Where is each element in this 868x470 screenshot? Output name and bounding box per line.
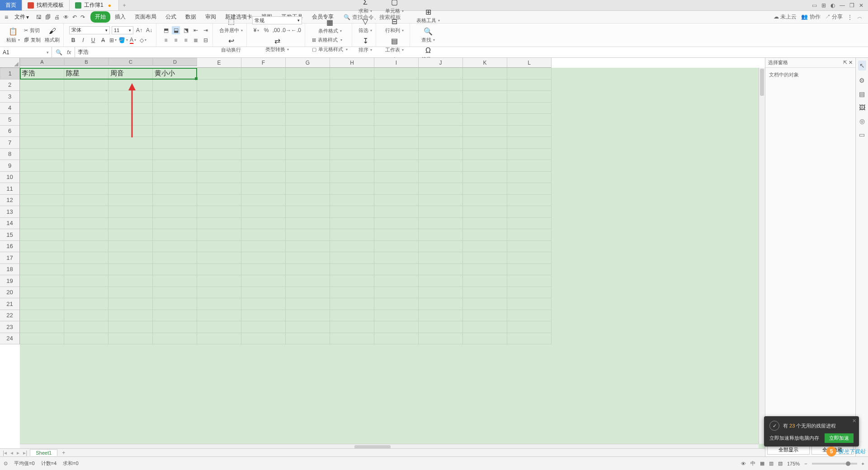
cell[interactable]: 陈星 [64, 68, 108, 80]
cell[interactable] [507, 298, 552, 310]
cell[interactable] [197, 287, 241, 299]
cell[interactable] [286, 80, 330, 91]
cell[interactable] [330, 183, 374, 195]
align-top-icon[interactable]: ⬒ [162, 26, 170, 34]
cell[interactable] [507, 80, 552, 91]
cell[interactable] [419, 252, 463, 264]
close-button[interactable]: ✕ [859, 2, 863, 9]
row-header[interactable]: 2 [0, 80, 20, 91]
ribbon-tab-review[interactable]: 审阅 [201, 11, 221, 23]
cell[interactable] [330, 149, 374, 160]
cell[interactable] [197, 310, 241, 322]
cell[interactable] [241, 241, 286, 253]
cell[interactable] [108, 103, 153, 114]
cell[interactable] [419, 275, 463, 287]
cell[interactable] [64, 149, 108, 160]
row-header[interactable]: 10 [0, 172, 20, 183]
cell[interactable] [463, 321, 507, 333]
cell[interactable] [153, 218, 197, 230]
row-header[interactable]: 17 [0, 252, 20, 264]
cell[interactable] [507, 206, 552, 218]
ribbon-tab-layout[interactable]: 页面布局 [130, 11, 161, 23]
cell[interactable] [463, 310, 507, 322]
col-header[interactable]: K [463, 58, 507, 68]
cell[interactable] [374, 172, 419, 183]
cell[interactable] [286, 195, 330, 207]
cell[interactable] [507, 252, 552, 264]
cell[interactable] [64, 80, 108, 91]
cell[interactable] [330, 252, 374, 264]
cell[interactable] [374, 287, 419, 299]
cell[interactable] [20, 137, 64, 149]
cell[interactable] [463, 114, 507, 126]
cell[interactable] [108, 149, 153, 160]
cell[interactable] [330, 195, 374, 207]
cell[interactable] [197, 183, 241, 195]
cell[interactable] [197, 149, 241, 160]
ribbon-tab-insert[interactable]: 插入 [110, 11, 130, 23]
cell[interactable] [108, 206, 153, 218]
cell[interactable] [20, 275, 64, 287]
cell[interactable] [507, 149, 552, 160]
zoom-slider[interactable] [812, 463, 857, 465]
cell[interactable] [108, 252, 153, 264]
cell[interactable] [507, 172, 552, 183]
cell[interactable] [153, 241, 197, 253]
cell[interactable] [153, 321, 197, 333]
cell[interactable] [153, 80, 197, 91]
preview-icon[interactable]: 👁 [63, 14, 69, 20]
collapse-ribbon-icon[interactable]: ︿ [857, 13, 863, 21]
cell[interactable] [241, 310, 286, 322]
cell[interactable] [463, 183, 507, 195]
cell[interactable] [241, 275, 286, 287]
cell[interactable] [108, 160, 153, 172]
cell[interactable] [241, 252, 286, 264]
cell[interactable] [330, 275, 374, 287]
cell[interactable] [419, 310, 463, 322]
cell[interactable] [197, 126, 241, 137]
cell[interactable] [108, 114, 153, 126]
row-header[interactable]: 6 [0, 126, 20, 137]
sheet-tab[interactable]: Sheet1 [30, 449, 57, 456]
col-header[interactable]: A [20, 58, 64, 66]
cell[interactable] [108, 264, 153, 276]
cut-button[interactable]: ✂剪切 [23, 27, 42, 34]
cell[interactable] [197, 321, 241, 333]
cell[interactable] [374, 126, 419, 137]
cell[interactable] [20, 103, 64, 114]
inc-decimal-icon[interactable]: .0→ [282, 26, 290, 34]
cell[interactable] [419, 149, 463, 160]
cell[interactable] [374, 195, 419, 207]
cell[interactable] [108, 91, 153, 103]
share-button[interactable]: ↗ 分享 [825, 13, 843, 21]
cell[interactable] [463, 80, 507, 91]
row-header[interactable]: 13 [0, 206, 20, 218]
cell[interactable] [286, 310, 330, 322]
view-page-icon[interactable]: ▥ [769, 461, 774, 466]
indent-left-icon[interactable]: ⇤ [192, 26, 200, 34]
cell[interactable] [153, 287, 197, 299]
cell[interactable] [153, 252, 197, 264]
cell[interactable] [507, 218, 552, 230]
cell[interactable] [286, 103, 330, 114]
font-color-icon[interactable]: A [129, 36, 137, 44]
cell[interactable] [419, 114, 463, 126]
cell[interactable] [64, 298, 108, 310]
align-center-icon[interactable]: ≡ [172, 36, 180, 44]
cell[interactable] [241, 80, 286, 91]
cell[interactable] [374, 80, 419, 91]
cell[interactable] [64, 137, 108, 149]
file-menu[interactable]: 文件 ▾ [13, 13, 31, 21]
cell[interactable] [330, 160, 374, 172]
cell[interactable] [153, 264, 197, 276]
rowcol-button[interactable]: ⊟行和列 [384, 16, 405, 35]
cell[interactable] [286, 172, 330, 183]
cell[interactable] [241, 103, 286, 114]
cell[interactable] [286, 91, 330, 103]
cell[interactable] [374, 114, 419, 126]
cell[interactable] [507, 229, 552, 241]
toast-close-icon[interactable]: ✕ [852, 418, 856, 424]
cell[interactable] [507, 160, 552, 172]
cell[interactable]: 李浩 [20, 68, 64, 80]
book-sidebar-icon[interactable]: ▭ [859, 131, 865, 138]
